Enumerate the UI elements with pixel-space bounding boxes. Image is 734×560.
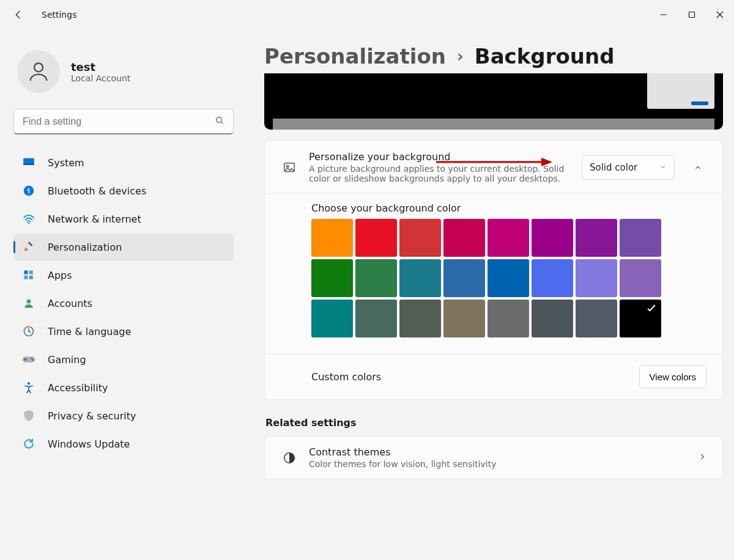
check-icon bbox=[645, 302, 658, 317]
svg-point-21 bbox=[28, 382, 30, 385]
sidebar-item-label: System bbox=[48, 157, 84, 169]
color-swatch[interactable] bbox=[532, 300, 573, 337]
color-swatch[interactable] bbox=[443, 219, 485, 257]
color-swatch[interactable] bbox=[620, 300, 661, 337]
desktop-preview bbox=[264, 73, 723, 130]
search-icon bbox=[215, 116, 224, 128]
contrast-themes-title: Contrast themes bbox=[309, 446, 687, 458]
user-subtitle: Local Account bbox=[71, 73, 130, 83]
accounts-icon bbox=[22, 297, 35, 310]
sidebar-item-time[interactable]: Time & language bbox=[13, 318, 234, 345]
color-swatch[interactable] bbox=[443, 300, 485, 337]
picture-icon bbox=[281, 161, 298, 174]
sidebar-item-label: Network & internet bbox=[48, 213, 141, 225]
color-swatch[interactable] bbox=[487, 300, 529, 337]
personalization-icon bbox=[22, 240, 35, 254]
color-swatch[interactable] bbox=[443, 259, 485, 297]
sidebar-item-label: Windows Update bbox=[48, 438, 130, 450]
sidebar-item-apps[interactable]: Apps bbox=[13, 262, 234, 289]
window-minimize-button[interactable] bbox=[650, 5, 678, 24]
color-swatch[interactable] bbox=[399, 300, 441, 337]
sidebar-item-privacy[interactable]: Privacy & security bbox=[13, 402, 234, 429]
chevron-right-icon bbox=[698, 452, 706, 463]
color-swatch[interactable] bbox=[576, 219, 617, 257]
view-colors-button[interactable]: View colors bbox=[639, 365, 706, 388]
svg-point-19 bbox=[31, 358, 32, 359]
sidebar-item-accessibility[interactable]: Accessibility bbox=[13, 374, 234, 401]
svg-rect-15 bbox=[29, 276, 33, 279]
color-swatch[interactable] bbox=[355, 300, 397, 337]
svg-line-6 bbox=[221, 122, 223, 123]
sidebar-item-label: Accounts bbox=[48, 298, 92, 309]
svg-point-23 bbox=[287, 165, 289, 167]
sidebar-item-bluetooth[interactable]: Bluetooth & devices bbox=[13, 177, 234, 204]
color-swatch[interactable] bbox=[532, 219, 573, 257]
color-swatch[interactable] bbox=[399, 259, 441, 297]
svg-point-20 bbox=[32, 359, 34, 361]
breadcrumb-current: Background bbox=[475, 44, 615, 68]
personalize-background-card: Personalize your background A picture ba… bbox=[264, 141, 723, 400]
back-button[interactable] bbox=[12, 9, 24, 21]
svg-rect-12 bbox=[24, 271, 28, 274]
privacy-icon bbox=[22, 409, 35, 422]
color-swatch[interactable] bbox=[355, 219, 397, 257]
gaming-icon bbox=[22, 353, 35, 366]
contrast-icon bbox=[281, 451, 298, 465]
bluetooth-icon bbox=[22, 184, 35, 197]
window-close-button[interactable] bbox=[706, 5, 734, 24]
svg-rect-11 bbox=[28, 241, 32, 246]
update-icon bbox=[22, 437, 35, 451]
chevron-down-icon bbox=[659, 162, 667, 173]
sidebar-item-gaming[interactable]: Gaming bbox=[13, 346, 234, 373]
svg-point-4 bbox=[34, 63, 43, 72]
color-swatch[interactable] bbox=[620, 259, 661, 297]
accessibility-icon bbox=[22, 381, 35, 394]
color-swatch[interactable] bbox=[576, 259, 617, 297]
svg-point-5 bbox=[217, 117, 222, 122]
sidebar-item-label: Bluetooth & devices bbox=[48, 185, 146, 197]
color-swatch[interactable] bbox=[311, 259, 353, 297]
dropdown-selected: Solid color bbox=[590, 162, 637, 173]
color-swatch[interactable] bbox=[399, 219, 441, 257]
sidebar-item-label: Apps bbox=[48, 270, 72, 281]
svg-point-10 bbox=[28, 222, 30, 224]
svg-rect-1 bbox=[689, 12, 695, 18]
network-icon bbox=[22, 212, 35, 226]
color-section-title: Choose your background color bbox=[311, 202, 706, 214]
custom-colors-label: Custom colors bbox=[311, 371, 381, 383]
sidebar-item-accounts[interactable]: Accounts bbox=[13, 290, 234, 317]
color-swatch[interactable] bbox=[487, 219, 529, 257]
personalize-bg-title: Personalize your background bbox=[309, 151, 571, 163]
color-swatch[interactable] bbox=[487, 259, 529, 297]
window-maximize-button[interactable] bbox=[678, 5, 706, 24]
system-icon bbox=[22, 156, 35, 169]
color-swatch[interactable] bbox=[311, 219, 353, 257]
apps-icon bbox=[22, 268, 35, 282]
breadcrumb-parent[interactable]: Personalization bbox=[264, 44, 446, 68]
related-settings-heading: Related settings bbox=[265, 417, 723, 429]
color-swatch[interactable] bbox=[355, 259, 397, 297]
sidebar-item-label: Privacy & security bbox=[48, 410, 136, 422]
sidebar-item-network[interactable]: Network & internet bbox=[13, 205, 234, 232]
color-swatch[interactable] bbox=[620, 219, 661, 257]
color-swatch[interactable] bbox=[576, 300, 617, 337]
color-swatch[interactable] bbox=[532, 259, 573, 297]
background-type-dropdown[interactable]: Solid color bbox=[582, 155, 675, 180]
section-collapse-button[interactable] bbox=[689, 159, 706, 176]
contrast-themes-card[interactable]: Contrast themes Color themes for low vis… bbox=[264, 436, 723, 479]
app-title: Settings bbox=[42, 10, 76, 20]
sidebar-item-update[interactable]: Windows Update bbox=[13, 430, 234, 457]
time-icon bbox=[22, 325, 35, 338]
search-box[interactable] bbox=[13, 109, 234, 134]
sidebar-item-label: Time & language bbox=[48, 326, 131, 337]
sidebar-item-system[interactable]: System bbox=[13, 149, 234, 176]
sidebar-item-personalization[interactable]: Personalization bbox=[13, 234, 234, 260]
personalize-bg-desc: A picture background applies to your cur… bbox=[309, 164, 571, 183]
svg-rect-14 bbox=[24, 276, 28, 279]
search-input[interactable] bbox=[23, 116, 215, 127]
contrast-themes-desc: Color themes for low vision, light sensi… bbox=[309, 459, 578, 469]
sidebar-item-label: Accessibility bbox=[48, 382, 108, 394]
user-block[interactable]: test Local Account bbox=[13, 44, 234, 93]
color-swatch[interactable] bbox=[311, 300, 353, 337]
avatar bbox=[17, 50, 60, 93]
